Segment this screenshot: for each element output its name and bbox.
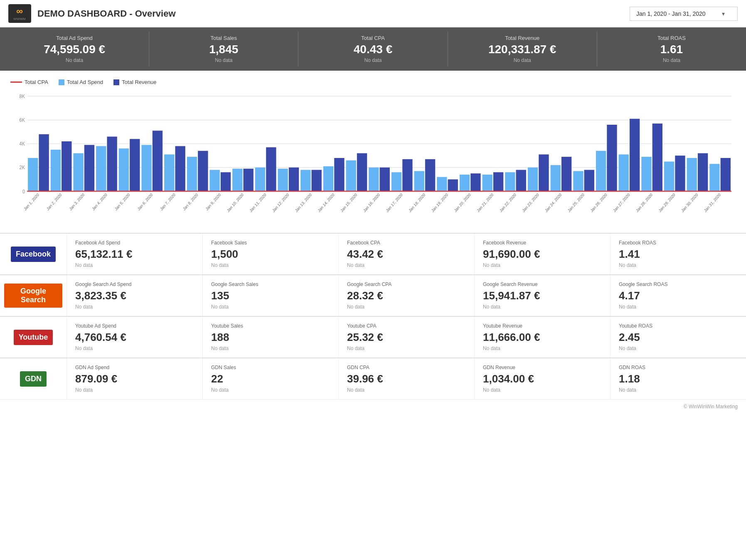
bar-adspend [437, 177, 447, 191]
legend-item: Total CPA [10, 79, 48, 85]
legend-line-color [10, 81, 22, 83]
bar-revenue [630, 119, 640, 191]
bar-revenue [130, 139, 140, 191]
metric-label: Google Search Ad Spend [75, 281, 194, 287]
metric-value: 11,666.00 € [483, 331, 602, 344]
metric-value: 15,941.87 € [483, 289, 602, 302]
bar-revenue [380, 168, 390, 191]
platform-label: Youtube [0, 317, 66, 358]
bar-chart: 02K4K6K8KJan 1, 2020Jan 2, 2020Jan 3, 20… [10, 91, 736, 224]
stat-value: 40.43 € [305, 43, 441, 56]
svg-text:Jan 9, 2020: Jan 9, 2020 [205, 192, 222, 211]
platform-name: Google Search [4, 284, 62, 308]
metric-label: Facebook Revenue [483, 240, 602, 246]
bar-adspend [28, 158, 38, 191]
metric-sub: No data [619, 262, 738, 268]
bar-revenue [607, 125, 617, 191]
svg-text:Jan 12, 2020: Jan 12, 2020 [271, 192, 290, 213]
metric-label: GDN Sales [211, 365, 330, 370]
metric-label: Facebook ROAS [619, 240, 738, 246]
svg-text:Jan 28, 2020: Jan 28, 2020 [635, 192, 653, 213]
svg-text:Jan 2, 2020: Jan 2, 2020 [46, 192, 63, 211]
bar-revenue [448, 179, 458, 191]
metric-label: Facebook CPA [347, 240, 466, 246]
bar-adspend [255, 168, 265, 191]
metric-value: 1,500 [211, 248, 330, 261]
svg-text:Jan 19, 2020: Jan 19, 2020 [431, 192, 449, 213]
svg-text:WWWM: WWWM [13, 17, 26, 21]
svg-text:Jan 3, 2020: Jan 3, 2020 [69, 192, 86, 211]
stat-label: Total Ad Spend [6, 35, 143, 41]
svg-text:Jan 10, 2020: Jan 10, 2020 [226, 192, 244, 213]
bar-revenue [721, 158, 731, 191]
legend-item: Total Ad Spend [59, 79, 103, 85]
bar-revenue [289, 168, 299, 191]
svg-text:Jan 22, 2020: Jan 22, 2020 [499, 192, 517, 213]
svg-text:Jan 16, 2020: Jan 16, 2020 [362, 192, 381, 213]
stats-bar: Total Ad Spend 74,595.09 € No data Total… [0, 27, 746, 71]
platforms-container: Facebook Facebook Ad Spend 65,132.11 € N… [0, 233, 746, 399]
bar-adspend [414, 171, 424, 191]
stat-label: Total Sales [155, 35, 292, 41]
bar-adspend [300, 170, 310, 191]
svg-text:Jan 24, 2020: Jan 24, 2020 [544, 192, 562, 213]
bar-adspend [187, 157, 197, 191]
metric-sub: No data [75, 345, 194, 351]
bar-adspend [119, 148, 129, 191]
metric-sub: No data [619, 345, 738, 351]
metric-value: 91,690.00 € [483, 248, 602, 261]
stat-value: 74,595.09 € [6, 43, 143, 56]
bar-adspend [141, 145, 151, 191]
metric-label: Google Search CPA [347, 281, 466, 287]
metric-label: Google Search ROAS [619, 281, 738, 287]
stat-label: Total ROAS [603, 35, 740, 41]
svg-text:Jan 13, 2020: Jan 13, 2020 [294, 192, 313, 213]
bar-revenue [357, 153, 367, 191]
date-range-text: Jan 1, 2020 - Jan 31, 2020 [636, 10, 706, 17]
metric-sub: No data [347, 345, 466, 351]
legend-label: Total CPA [25, 79, 48, 85]
svg-text:0: 0 [22, 188, 25, 195]
svg-text:Jan 1, 2020: Jan 1, 2020 [23, 192, 40, 211]
metric-value: 4,760.54 € [75, 331, 194, 344]
svg-text:Jan 31, 2020: Jan 31, 2020 [703, 192, 721, 213]
metric-sub: No data [347, 304, 466, 310]
metric-sub: No data [211, 345, 330, 351]
metric-item: Facebook CPA 43.42 € No data [338, 234, 474, 274]
metric-label: GDN Ad Spend [75, 365, 194, 370]
logo: ∞ ∞ WWWM [8, 4, 31, 23]
platform-name: Facebook [11, 247, 56, 262]
platform-metrics: Facebook Ad Spend 65,132.11 € No data Fa… [66, 234, 746, 274]
svg-text:Jan 17, 2020: Jan 17, 2020 [385, 192, 403, 213]
platform-name: GDN [20, 371, 47, 387]
date-range-selector[interactable]: Jan 1, 2020 - Jan 31, 2020 ▾ [630, 7, 738, 21]
metric-label: Youtube ROAS [619, 323, 738, 329]
platform-section-facebook: Facebook Facebook Ad Spend 65,132.11 € N… [0, 233, 746, 274]
metric-label: Facebook Sales [211, 240, 330, 246]
platform-section-youtube: Youtube Youtube Ad Spend 4,760.54 € No d… [0, 316, 746, 358]
bar-revenue [425, 159, 435, 191]
bar-revenue [539, 154, 549, 191]
bar-adspend [323, 166, 333, 191]
bar-revenue [39, 134, 49, 191]
stat-label: Total CPA [305, 35, 441, 41]
metric-item: Youtube Sales 188 No data [202, 317, 338, 358]
bar-adspend [641, 157, 651, 191]
metric-value: 1,034.00 € [483, 373, 602, 385]
bar-adspend [346, 160, 356, 191]
metric-sub: No data [347, 387, 466, 393]
metric-value: 22 [211, 373, 330, 385]
bar-adspend [528, 168, 538, 191]
metric-value: 25.32 € [347, 331, 466, 344]
metric-label: GDN ROAS [619, 365, 738, 370]
metric-label: GDN CPA [347, 365, 466, 370]
metric-sub: No data [211, 262, 330, 268]
metric-sub: No data [483, 262, 602, 268]
metric-label: Youtube Revenue [483, 323, 602, 329]
bar-revenue [652, 123, 662, 191]
bar-adspend [619, 154, 629, 191]
metric-item: GDN Sales 22 No data [202, 358, 338, 399]
metric-label: Youtube CPA [347, 323, 466, 329]
platform-label: Google Search [0, 275, 66, 316]
header: ∞ ∞ WWWM DEMO DASHBOARD - Overview Jan 1… [0, 0, 746, 27]
